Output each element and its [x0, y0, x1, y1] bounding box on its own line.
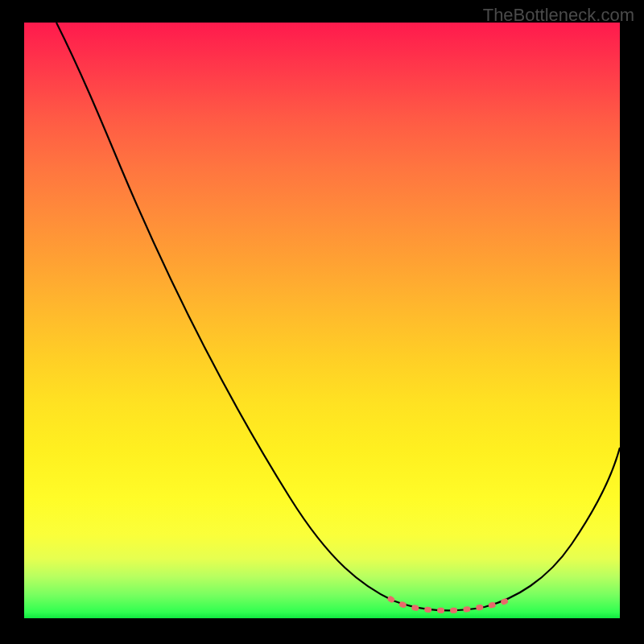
chart-container: TheBottleneck.com — [0, 0, 644, 644]
curve-svg — [24, 23, 620, 618]
plot-area — [24, 23, 620, 618]
watermark-text: TheBottleneck.com — [483, 5, 634, 26]
bottleneck-curve — [56, 23, 620, 610]
